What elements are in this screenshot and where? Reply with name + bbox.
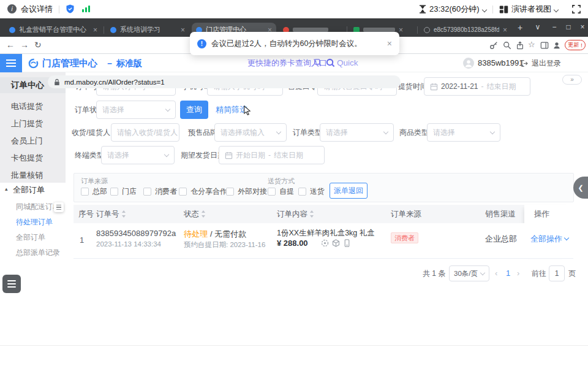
caret-up-icon[interactable]: ▴ <box>5 186 8 192</box>
close-icon[interactable]: × <box>93 26 97 34</box>
checkbox[interactable] <box>298 188 306 196</box>
speaker-view-icon <box>499 5 508 14</box>
phone-icon[interactable] <box>343 239 351 247</box>
checkbox-external[interactable]: 外部对接 <box>226 186 267 197</box>
logout-icon[interactable] <box>521 59 529 67</box>
minimize-icon[interactable]: − <box>549 23 560 31</box>
shield-check-icon[interactable] <box>65 4 75 14</box>
prev-page-icon[interactable]: ‹ <box>495 265 497 281</box>
reload-icon[interactable]: ↻ <box>34 40 42 50</box>
meeting-timer[interactable]: 23:32(60分钟) <box>429 0 480 18</box>
checkbox-warehouse-coop[interactable]: 仓分享合作 <box>179 186 227 197</box>
checkbox-delivery[interactable]: 送货 <box>298 186 325 197</box>
click-icon[interactable] <box>314 59 323 67</box>
checkbox[interactable] <box>226 188 234 196</box>
checkbox-consumer[interactable]: 消费者 <box>143 186 177 197</box>
profile-icon[interactable] <box>552 41 561 50</box>
col-status[interactable]: 状态 <box>184 205 206 223</box>
key-icon[interactable] <box>489 41 498 50</box>
browser-tab-hash[interactable]: e8c573980b1328a258fd2e6f8 × <box>420 23 511 37</box>
all-actions-link[interactable]: 全部操作 <box>530 234 562 245</box>
browser-tab-1[interactable]: 礼盒营销平台管理中心 × <box>5 23 102 37</box>
close-icon[interactable]: × <box>181 26 185 34</box>
sort-icon[interactable] <box>121 210 126 218</box>
side-drawer-tab[interactable]: ❮ <box>573 177 588 199</box>
zoom-icon[interactable] <box>503 41 511 50</box>
side-panel-icon[interactable] <box>540 41 549 50</box>
close-window-icon[interactable]: × <box>577 23 588 31</box>
menu-toggle-button[interactable] <box>0 54 22 72</box>
chevron-down-icon[interactable] <box>554 7 559 12</box>
current-page[interactable]: 1 <box>506 265 510 281</box>
update-chip[interactable]: 更新! <box>565 40 586 50</box>
sort-icon[interactable] <box>201 210 206 218</box>
sidebar-subitem-all-orders[interactable]: 全部订单 <box>16 232 45 243</box>
bookmark-star-icon[interactable]: ☆ <box>528 40 535 49</box>
sidebar-subitem-hq-dispatch-log[interactable]: 总部派单记录 <box>16 247 60 258</box>
sort-icon[interactable] <box>309 210 314 218</box>
pay-status: / 无需付款 <box>210 229 246 240</box>
col-content[interactable]: 订单内容 <box>277 205 314 223</box>
browser-tab-2[interactable]: 系统培训学习 × <box>106 23 189 37</box>
quick-label[interactable]: Quick <box>337 54 358 72</box>
terminal-type-select[interactable]: 请选择 <box>101 146 175 164</box>
address-bar[interactable]: md.maboy.cn/AllOrder?status=1 <box>48 75 401 88</box>
sidebar-subitem-pending-orders[interactable]: 待处理订单 <box>16 216 53 227</box>
meeting-detail-label[interactable]: 会议详情 <box>21 0 53 18</box>
order-badge-icon[interactable] <box>321 239 329 247</box>
checkbox[interactable] <box>179 188 187 196</box>
sidebar-item-door-pickup[interactable]: 上门提货 <box>11 118 43 130</box>
next-page-icon[interactable]: › <box>517 265 519 281</box>
col-order-no[interactable]: 订单号 <box>96 205 126 223</box>
row-index: 1 <box>80 235 84 245</box>
share-icon[interactable] <box>516 41 524 50</box>
page-size-select[interactable]: 30条/页 <box>449 265 489 281</box>
window-menu-icon[interactable]: ∨ <box>532 23 543 31</box>
chevron-down-icon[interactable] <box>482 7 487 12</box>
sidebar-group-all-orders[interactable]: 全部订单 <box>13 185 45 196</box>
checkbox[interactable] <box>143 188 151 196</box>
info-icon[interactable]: i <box>7 4 17 13</box>
search-button[interactable]: 查询 <box>180 101 208 119</box>
sidebar-item-phone-pickup[interactable]: 电话提货 <box>11 101 43 113</box>
sidebar-item-batch-verify[interactable]: 批量核销 <box>11 169 43 181</box>
pickup-time-range-input[interactable]: 2022-11-21 - 结束日期 <box>424 77 530 96</box>
logout-link[interactable]: 退出登录 <box>532 54 561 72</box>
username[interactable]: 8385wb1991 <box>478 54 523 72</box>
collapse-toggle-button[interactable]: » <box>562 75 582 85</box>
forward-icon[interactable]: → <box>20 40 29 50</box>
column-label: 订单号 <box>96 205 119 223</box>
fullscreen-icon[interactable] <box>572 5 581 13</box>
tab-title: e8c573980b1328a258fd2e6f8 <box>434 26 499 33</box>
sidebar-drag-handle[interactable] <box>54 202 64 212</box>
close-icon[interactable]: × <box>387 39 392 48</box>
delivery-method-group-label: 送货方式 <box>268 177 295 186</box>
package-icon[interactable] <box>332 239 340 247</box>
receiver-input[interactable]: 请输入收货/提货人 <box>111 123 179 142</box>
sidebar-item-member-visit[interactable]: 会员上门 <box>11 135 43 147</box>
close-icon[interactable]: × <box>503 26 507 34</box>
back-icon[interactable]: ← <box>6 40 15 50</box>
checkbox[interactable] <box>81 188 89 196</box>
tab-favicon <box>110 27 116 33</box>
goto-page-input[interactable]: 1 <box>549 265 565 281</box>
order-type-select[interactable]: 请选择 <box>320 123 394 142</box>
sidebar-item-card-pickup[interactable]: 卡包提货 <box>11 152 43 164</box>
screen: i 会议详情 23:32(60分钟) 演讲者视图 礼盒营销平台管理中心 × 系统… <box>0 0 588 374</box>
dispatch-return-button[interactable]: 派单退回 <box>330 183 368 199</box>
goods-type-select[interactable]: 请选择 <box>427 123 500 142</box>
checkbox-self-pickup[interactable]: 自提 <box>268 186 294 197</box>
checkbox-store[interactable]: 门店 <box>110 186 137 197</box>
new-tab-button[interactable]: + <box>514 23 526 32</box>
view-mode-label[interactable]: 演讲者视图 <box>511 0 551 18</box>
checkbox[interactable] <box>268 188 276 196</box>
order-status-select[interactable]: 请选择 <box>96 101 176 119</box>
brand-select[interactable]: 请选择或输入 <box>214 123 287 142</box>
close-icon[interactable]: × <box>399 26 403 34</box>
search-icon[interactable] <box>326 58 335 67</box>
floating-list-button[interactable] <box>2 275 21 293</box>
checkbox[interactable] <box>110 188 118 196</box>
expect-date-range-input[interactable]: 开始日期 - 结束日期 <box>219 146 325 164</box>
maximize-icon[interactable]: □ <box>563 23 574 31</box>
checkbox-hq[interactable]: 总部 <box>81 186 107 197</box>
